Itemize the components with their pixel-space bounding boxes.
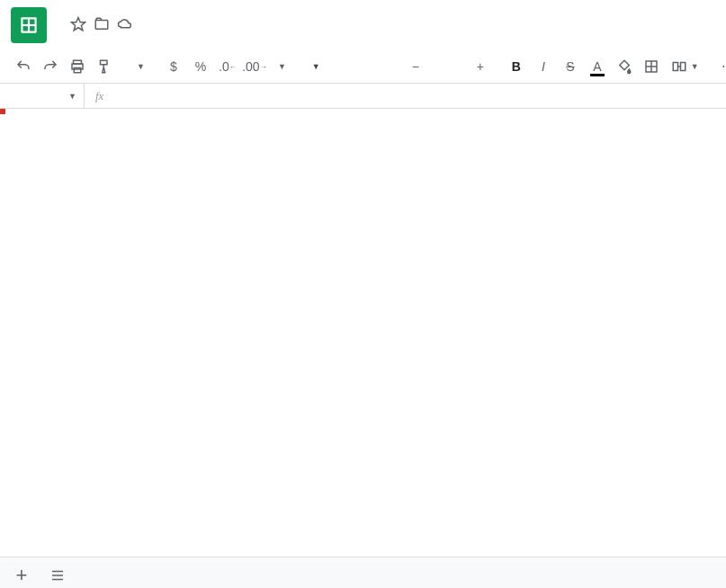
zoom-select[interactable]: ▼: [128, 54, 150, 79]
svg-rect-15: [680, 63, 685, 71]
print-button[interactable]: [65, 54, 90, 79]
spreadsheet-grid[interactable]: [0, 109, 726, 557]
move-icon[interactable]: [94, 16, 110, 32]
svg-rect-3: [23, 26, 28, 31]
svg-rect-16: [52, 570, 63, 572]
svg-marker-5: [72, 18, 85, 31]
percent-button[interactable]: %: [188, 54, 213, 79]
decrease-font-button[interactable]: −: [403, 54, 428, 79]
sheets-logo-icon[interactable]: [11, 7, 47, 43]
strikethrough-button[interactable]: S: [558, 54, 583, 79]
redo-button[interactable]: [38, 54, 63, 79]
font-select[interactable]: ▼: [302, 54, 392, 79]
cloud-status-icon[interactable]: [117, 16, 133, 32]
bold-button[interactable]: B: [504, 54, 529, 79]
paint-format-button[interactable]: [92, 54, 117, 79]
svg-rect-6: [95, 21, 108, 30]
borders-button[interactable]: [639, 54, 664, 79]
svg-rect-10: [101, 60, 108, 65]
svg-rect-2: [30, 20, 34, 24]
svg-rect-18: [52, 578, 63, 580]
svg-rect-4: [30, 26, 34, 31]
formula-bar: ▼ fx: [0, 84, 726, 109]
star-icon[interactable]: [70, 16, 86, 32]
text-color-button[interactable]: A: [585, 54, 610, 79]
all-sheets-button[interactable]: [43, 561, 72, 589]
toolbar: ▼ $ % .0← .00→ ▼ ▼ − + B I S A ▼ ⋯: [0, 50, 726, 84]
svg-rect-17: [52, 575, 63, 576]
currency-button[interactable]: $: [161, 54, 186, 79]
name-box[interactable]: ▼: [0, 84, 85, 108]
more-toolbar-button[interactable]: ⋯: [715, 54, 726, 79]
merge-cells-button[interactable]: ▼: [666, 54, 704, 79]
svg-rect-14: [673, 63, 677, 71]
fill-color-button[interactable]: [612, 54, 637, 79]
increase-decimal-button[interactable]: .00→: [242, 54, 267, 79]
font-size[interactable]: [430, 54, 466, 79]
add-sheet-button[interactable]: +: [7, 561, 36, 589]
selection-highlight: [0, 109, 5, 114]
sheet-tabs-bar: +: [0, 557, 726, 588]
increase-font-button[interactable]: +: [468, 54, 493, 79]
fx-icon: fx: [85, 89, 114, 103]
italic-button[interactable]: I: [531, 54, 556, 79]
undo-button[interactable]: [11, 54, 36, 79]
svg-rect-1: [23, 20, 28, 24]
document-title[interactable]: [56, 22, 63, 26]
title-bar: [0, 0, 726, 50]
more-formats-button[interactable]: ▼: [269, 54, 291, 79]
decrease-decimal-button[interactable]: .0←: [215, 54, 240, 79]
